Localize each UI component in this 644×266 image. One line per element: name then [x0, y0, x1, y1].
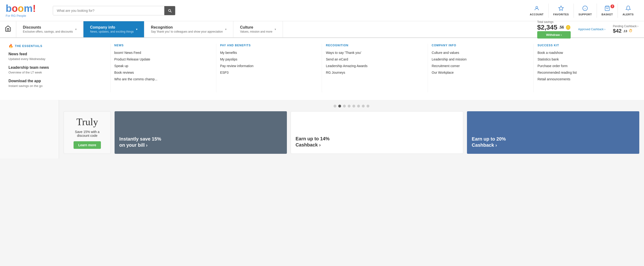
company-info-title: COMPANY INFO: [432, 44, 530, 47]
dot-6[interactable]: [362, 105, 365, 107]
mega-col-news: NEWS boom! News Feed Product Release Upd…: [110, 44, 216, 92]
carousel-area: Truly Save 15% with a discount code Lear…: [59, 100, 644, 159]
news-item-3[interactable]: Book reviews: [114, 71, 212, 74]
mega-col-essentials: 🔥 THE ESSENTIALS News feed Updated every…: [5, 44, 110, 92]
nav-home-button[interactable]: [0, 21, 16, 37]
account-icon: [534, 6, 540, 12]
pay-item-2[interactable]: Pay review information: [220, 64, 318, 68]
promo-card-1-title: Earn up to 14%Cashback ›: [296, 136, 458, 148]
recognition-title: RECOGNITION: [326, 44, 424, 47]
company-info-item-3[interactable]: Our Workplace: [432, 71, 530, 74]
nav-company-info-content: Company info News, updates, and exciting…: [90, 25, 134, 33]
essentials-news-feed-sub: Updated every Wednesday: [8, 57, 106, 61]
search-button[interactable]: [164, 6, 175, 15]
promo-card-1[interactable]: Earn up to 14%Cashback ›: [291, 111, 464, 154]
svg-marker-1: [559, 6, 564, 10]
approved-cashback-link[interactable]: Approved Cashback ›: [578, 28, 605, 31]
carousel-dots: [64, 105, 639, 107]
dot-7[interactable]: [366, 105, 370, 107]
mega-col-pay-benefits: PAY AND BENEFITS My benefits My payslips…: [216, 44, 322, 92]
alerts-icon: [626, 6, 631, 12]
nav-account[interactable]: ACCOUNT: [525, 4, 549, 18]
nav-discounts-title: Discounts: [23, 25, 73, 30]
logo-o1: o: [12, 3, 18, 14]
nav-support[interactable]: SUPPORT: [574, 4, 597, 18]
recognition-item-2[interactable]: Leadership Amazing Awards: [326, 64, 424, 68]
nav-discounts-content: Discounts Exclusive offers, savings, and…: [23, 25, 73, 33]
recognition-item-0[interactable]: Ways to say 'Thank you': [326, 51, 424, 55]
company-info-item-1[interactable]: Leadership and mission: [432, 57, 530, 61]
pay-item-0[interactable]: My benefits: [220, 51, 318, 55]
clock-icon: ⏱: [629, 29, 632, 33]
success-kit-item-4[interactable]: Retail announcements: [538, 77, 636, 81]
culture-chevron-icon: ▾: [274, 28, 276, 31]
account-label: ACCOUNT: [530, 13, 544, 16]
logo[interactable]: boom! For RG People: [6, 4, 43, 18]
news-item-4[interactable]: Who are the comms champ...: [114, 77, 212, 81]
promo-left-desc: Save 15% with a discount code: [68, 130, 106, 138]
learn-more-button[interactable]: Learn more: [74, 141, 101, 149]
pay-item-1[interactable]: My payslips: [220, 57, 318, 61]
nav-culture-subtitle: Values, mission and more: [240, 30, 272, 33]
dot-0[interactable]: [334, 105, 336, 107]
success-kit-item-3[interactable]: Recommended reading list: [538, 71, 636, 74]
fire-icon: 🔥: [8, 44, 14, 48]
nav-company-info[interactable]: Company info News, updates, and exciting…: [84, 21, 144, 37]
logo-b: b: [6, 3, 12, 14]
search-input[interactable]: [53, 6, 164, 15]
news-item-2[interactable]: Speak up: [114, 64, 212, 68]
pending-cashback-label: Pending Cashback ›: [613, 25, 638, 28]
essentials-news-feed[interactable]: News feed Updated every Wednesday: [8, 52, 106, 61]
left-panel: [0, 100, 59, 159]
dot-5[interactable]: [357, 105, 360, 107]
dot-4[interactable]: [352, 105, 355, 107]
mega-col-success-kit: SUCCESS KIT Book a roadshow Statistics b…: [534, 44, 639, 92]
company-info-item-2[interactable]: Recruitment corner: [432, 64, 530, 68]
search-bar[interactable]: [53, 6, 176, 15]
pay-benefits-title: PAY AND BENEFITS: [220, 44, 318, 47]
essentials-news-feed-title: News feed: [8, 52, 106, 56]
nav-discounts[interactable]: Discounts Exclusive offers, savings, and…: [16, 21, 84, 37]
pending-cents: .13: [623, 29, 627, 33]
coin-icon: 🪙: [566, 25, 571, 30]
dot-3[interactable]: [348, 105, 350, 107]
essentials-leadership-news[interactable]: Leadership team news Overview of the LT …: [8, 65, 106, 74]
promo-card-2-title: Earn up to 20%Cashback ›: [472, 136, 634, 148]
news-item-0[interactable]: boom! News Feed: [114, 51, 212, 55]
news-item-1[interactable]: Product Release Update: [114, 57, 212, 61]
favorites-label: FAVORITES: [553, 13, 569, 16]
promo-cards: Truly Save 15% with a discount code Lear…: [64, 111, 639, 154]
recognition-item-3[interactable]: RG Journeys: [326, 71, 424, 74]
recognition-item-1[interactable]: Send an eCard: [326, 57, 424, 61]
nav-culture[interactable]: Culture Values, mission and more ▾: [233, 21, 283, 37]
nav-favorites[interactable]: FAVORITES: [548, 4, 574, 18]
promo-left-card: Truly Save 15% with a discount code Lear…: [64, 111, 111, 154]
pay-item-3[interactable]: ESP3: [220, 71, 318, 74]
basket-icon: [604, 6, 610, 12]
essentials-download-app-title: Download the app: [8, 79, 106, 83]
dot-2[interactable]: [343, 105, 346, 107]
promo-card-0[interactable]: Instantly save 15%on your bill ›: [114, 111, 287, 154]
favorites-icon: [558, 6, 564, 12]
nav-alerts[interactable]: ALERTS: [618, 4, 638, 18]
essentials-download-app[interactable]: Download the app Instant savings on the …: [8, 79, 106, 88]
success-kit-item-0[interactable]: Book a roadshow: [538, 51, 636, 55]
nav-culture-content: Culture Values, mission and more: [240, 25, 272, 33]
basket-badge: 2: [610, 5, 614, 8]
dot-1[interactable]: [338, 105, 341, 107]
company-info-item-0[interactable]: Culture and values: [432, 51, 530, 55]
essentials-leadership-news-title: Leadership team news: [8, 65, 106, 70]
nav-basket[interactable]: 2 BASKET: [597, 4, 618, 18]
nav-bar: Discounts Exclusive offers, savings, and…: [0, 21, 644, 38]
pending-cashback-block: Pending Cashback › $42.13 ⏱: [613, 25, 638, 34]
withdraw-button[interactable]: Withdraw ›: [537, 31, 571, 39]
success-kit-item-2[interactable]: Purchase order form: [538, 64, 636, 68]
total-savings-label: Total savings: [537, 20, 571, 24]
promo-card-2[interactable]: Earn up to 20%Cashback ›: [467, 111, 639, 154]
success-kit-item-1[interactable]: Statistics bank: [538, 57, 636, 61]
mega-col-company-info: COMPANY INFO Culture and values Leadersh…: [428, 44, 534, 92]
truly-text: Truly: [76, 116, 98, 127]
nav-recognition-title: Recognition: [151, 25, 223, 30]
recognition-chevron-icon: ▾: [225, 28, 226, 31]
nav-recognition[interactable]: Recognition Say 'thank you' to colleague…: [144, 21, 233, 37]
